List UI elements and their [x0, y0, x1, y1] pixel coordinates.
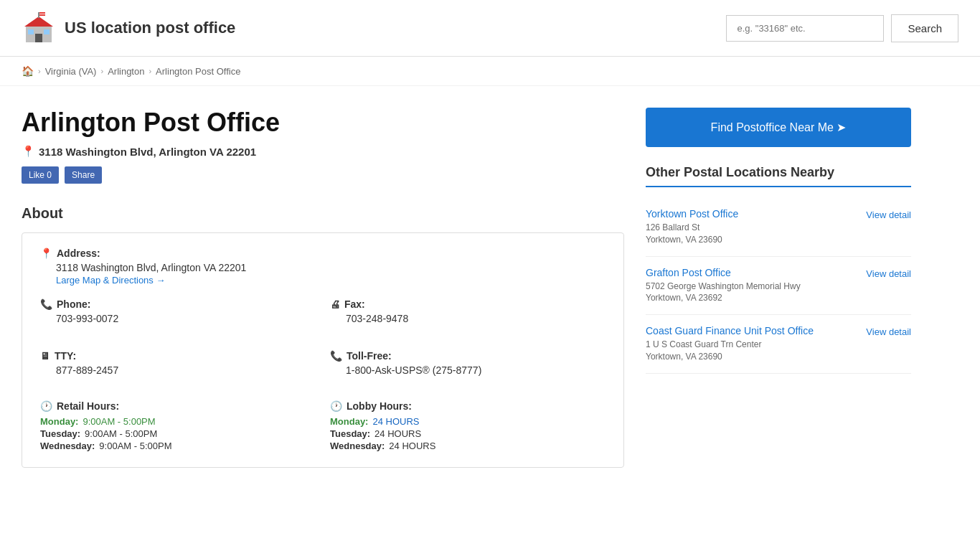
facebook-like-button[interactable]: Like 0	[22, 166, 59, 184]
site-header: US location post office Search	[0, 0, 980, 57]
about-heading: About	[22, 205, 624, 222]
nearby-item: Yorktown Post Office 126 Ballard St York…	[646, 198, 911, 257]
breadcrumb: 🏠 › Virginia (VA) › Arlington › Arlingto…	[0, 57, 980, 86]
fax-value: 703-248-9478	[346, 313, 606, 324]
directions-link[interactable]: Large Map & Directions →	[56, 275, 165, 286]
search-button[interactable]: Search	[891, 14, 958, 42]
fax-icon: 🖨	[330, 298, 340, 310]
retail-wednesday-day: Wednesday:	[40, 441, 95, 451]
sidebar: Find Postoffice Near Me ➤ Other Postal L…	[646, 108, 911, 468]
nearby-item-info: Grafton Post Office 5702 George Washingt…	[646, 267, 859, 305]
phone-icon: 📞	[40, 298, 52, 310]
retail-hours-icon: 🕐	[40, 400, 52, 412]
lobby-wednesday-day: Wednesday:	[330, 441, 385, 451]
tollfree-label: 📞 Toll-Free:	[330, 350, 606, 362]
nearby-item-name[interactable]: Coast Guard Finance Unit Post Office	[646, 325, 859, 336]
nearby-item-view-detail[interactable]: View detail	[866, 267, 911, 279]
nearby-item-address: 126 Ballard St Yorktown, VA 23690	[646, 222, 859, 246]
nearby-item-info: Yorktown Post Office 126 Ballard St York…	[646, 208, 859, 246]
address-icon: 📍	[40, 248, 52, 259]
retail-monday-day: Monday:	[40, 416, 78, 427]
lobby-tuesday: Tuesday: 24 HOURS	[330, 428, 606, 439]
phone-row: 📞 Phone: 703-993-0072	[40, 298, 316, 324]
lobby-monday-day: Monday:	[330, 416, 368, 427]
lobby-monday: Monday: 24 HOURS	[330, 416, 606, 427]
phone-fax-row: 📞 Phone: 703-993-0072 🖨 Fax: 703-248-947…	[40, 298, 606, 389]
page-title: Arlington Post Office	[22, 108, 624, 138]
content-area: Arlington Post Office 📍 3118 Washington …	[22, 108, 646, 468]
phone-value: 703-993-0072	[56, 313, 316, 324]
breadcrumb-arlington[interactable]: Arlington	[108, 66, 144, 77]
retail-tuesday-day: Tuesday:	[40, 428, 80, 439]
facebook-share-button[interactable]: Share	[65, 166, 102, 184]
retail-tuesday: Tuesday: 9:00AM - 5:00PM	[40, 428, 316, 439]
nearby-heading: Other Postal Locations Nearby	[646, 165, 911, 187]
fax-label: 🖨 Fax:	[330, 298, 606, 310]
tty-row: 🖥 TTY: 877-889-2457	[40, 350, 316, 376]
svg-rect-5	[38, 12, 39, 18]
post-office-logo-icon	[22, 11, 56, 45]
address-label: 📍 Address:	[40, 248, 606, 259]
info-card: 📍 Address: 3118 Washington Blvd, Arlingt…	[22, 232, 624, 468]
breadcrumb-sep-2: ›	[100, 67, 103, 75]
breadcrumb-current: Arlington Post Office	[156, 66, 240, 77]
retail-tuesday-hours: 9:00AM - 5:00PM	[85, 428, 157, 439]
lobby-wednesday-hours: 24 HOURS	[389, 441, 435, 451]
lobby-tuesday-day: Tuesday:	[330, 428, 370, 439]
nearby-item-name[interactable]: Yorktown Post Office	[646, 208, 859, 220]
breadcrumb-sep-1: ›	[38, 67, 41, 75]
nearby-item-address: 5702 George Washington Memorial Hwy York…	[646, 281, 859, 305]
tty-label: 🖥 TTY:	[40, 350, 316, 362]
svg-rect-7	[39, 14, 45, 14]
page-address-line: 📍 3118 Washington Blvd, Arlington VA 222…	[22, 145, 624, 158]
address-value: 3118 Washington Blvd, Arlington VA 22201	[56, 262, 606, 273]
lobby-hours: 🕐 Lobby Hours: Monday: 24 HOURS Tuesday:…	[330, 400, 606, 453]
social-buttons: Like 0 Share	[22, 166, 624, 184]
nearby-item-info: Coast Guard Finance Unit Post Office 1 U…	[646, 325, 859, 363]
retail-wednesday: Wednesday: 9:00AM - 5:00PM	[40, 441, 316, 451]
nearby-item: Coast Guard Finance Unit Post Office 1 U…	[646, 315, 911, 374]
nearby-item-address: 1 U S Coast Guard Trn Center Yorktown, V…	[646, 339, 859, 363]
lobby-hours-icon: 🕐	[330, 400, 342, 412]
svg-rect-3	[28, 29, 34, 34]
retail-monday-hours: 9:00AM - 5:00PM	[83, 416, 155, 427]
site-title: US location post office	[65, 19, 235, 37]
retail-hours: 🕐 Retail Hours: Monday: 9:00AM - 5:00PM …	[40, 400, 316, 453]
breadcrumb-virginia[interactable]: Virginia (VA)	[45, 66, 97, 77]
lobby-wednesday: Wednesday: 24 HOURS	[330, 441, 606, 451]
main-container: Arlington Post Office 📍 3118 Washington …	[0, 86, 980, 468]
tollfree-icon: 📞	[330, 350, 342, 362]
hours-section: 🕐 Retail Hours: Monday: 9:00AM - 5:00PM …	[40, 400, 606, 453]
page-address: 3118 Washington Blvd, Arlington VA 22201	[39, 146, 256, 158]
svg-rect-2	[35, 34, 42, 42]
lobby-monday-hours: 24 HOURS	[372, 416, 419, 427]
tollfree-value: 1-800-Ask-USPS® (275-8777)	[346, 364, 606, 376]
home-icon[interactable]: 🏠	[22, 65, 34, 77]
location-pin-icon: 📍	[22, 145, 35, 158]
fax-row: 🖨 Fax: 703-248-9478	[330, 298, 606, 324]
retail-monday: Monday: 9:00AM - 5:00PM	[40, 416, 316, 427]
tty-icon: 🖥	[40, 350, 50, 362]
lobby-tuesday-hours: 24 HOURS	[374, 428, 421, 439]
retail-hours-label: 🕐 Retail Hours:	[40, 400, 316, 412]
tollfree-row: 📞 Toll-Free: 1-800-Ask-USPS® (275-8777)	[330, 350, 606, 389]
header-search-area: Search	[726, 14, 958, 42]
nearby-item-view-detail[interactable]: View detail	[866, 325, 911, 337]
nearby-item-view-detail[interactable]: View detail	[866, 208, 911, 220]
search-input[interactable]	[726, 15, 884, 42]
header-logo-area: US location post office	[22, 11, 235, 45]
tty-value: 877-889-2457	[56, 364, 316, 376]
address-row: 📍 Address: 3118 Washington Blvd, Arlingt…	[40, 248, 606, 286]
svg-rect-4	[44, 29, 50, 34]
find-postoffice-button[interactable]: Find Postoffice Near Me ➤	[646, 108, 911, 147]
phone-label: 📞 Phone:	[40, 298, 316, 310]
nearby-item: Grafton Post Office 5702 George Washingt…	[646, 257, 911, 316]
breadcrumb-sep-3: ›	[149, 67, 151, 75]
nearby-item-name[interactable]: Grafton Post Office	[646, 267, 859, 278]
retail-wednesday-hours: 9:00AM - 5:00PM	[99, 441, 171, 451]
lobby-hours-label: 🕐 Lobby Hours:	[330, 400, 606, 412]
svg-marker-1	[24, 17, 53, 27]
